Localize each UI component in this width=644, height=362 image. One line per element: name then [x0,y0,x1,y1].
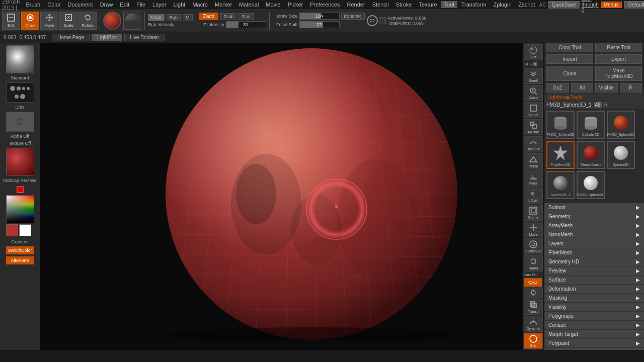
homepage-tab[interactable]: Home Page [52,34,90,41]
xyz-button[interactable]: Qxyz [524,278,542,287]
section-subtool[interactable]: Subtool▶ [544,203,644,212]
rotate-button[interactable]: Rotate [78,12,97,30]
section-deformation[interactable]: Deformation▶ [544,285,644,294]
brush-preview[interactable] [6,45,34,73]
menu-marker[interactable]: Marker [212,1,235,8]
symmetry-extra-icon[interactable] [379,17,386,24]
zoom-button[interactable]: Zoom [524,85,543,101]
quicksave-button[interactable]: QuickSave [548,1,579,9]
tool-thumb-6[interactable]: Sphere3D_1 [546,171,575,199]
transp-button[interactable]: Transp [524,299,543,315]
menu-zplugin[interactable]: Zplugin [490,1,514,8]
m-toggle[interactable]: M [183,14,193,21]
material-preview-sphere[interactable] [103,12,121,30]
move-button[interactable]: Move [40,12,58,30]
draw-size-slider[interactable]: 104 [299,13,340,20]
switchcolor-button[interactable]: SwitchColor [6,246,34,254]
menu-material[interactable]: Material [236,1,262,8]
section-morph-target[interactable]: Morph Target▶ [544,330,644,339]
scroll-button[interactable]: Scroll [524,68,543,84]
section-masking[interactable]: Masking▶ [544,294,644,303]
matcap-preview[interactable] [6,148,34,176]
menu-layer[interactable]: Layer [149,1,170,8]
section-nanomesh[interactable]: NanoMesh▶ [544,230,644,239]
z-intensity-slider[interactable]: 31 [226,21,266,28]
sub-button[interactable]: Sub [524,333,543,349]
edit-button[interactable]: Edit [2,12,20,30]
menu-stencil[interactable]: Stencil [369,1,392,8]
snap-button[interactable] [524,288,543,298]
export-button[interactable]: Export [595,54,642,64]
tool-thumb-2[interactable]: PM3D_Sphere3C [607,111,635,139]
color-picker[interactable] [6,195,34,236]
menu-zscript[interactable]: Zscript [516,1,538,8]
frame-button[interactable]: Frame [524,205,543,221]
menu-texture[interactable]: Texture [416,1,440,8]
menu-light[interactable]: Light [171,1,189,8]
menu-render[interactable]: Render [344,1,368,8]
foreground-color-swatch[interactable] [6,224,18,236]
rgb-toggle[interactable]: Rgb [167,14,181,21]
menu-edit[interactable]: Edit [117,1,132,8]
tool-thumb-1[interactable]: Cylinder3D [577,111,605,139]
aahalf-button[interactable]: AAHalf [524,119,543,135]
section-arraymesh[interactable]: ArrayMesh▶ [544,221,644,230]
zcut-button[interactable]: Zcut [238,13,254,20]
dynamic2-button[interactable]: Dynamic [524,316,543,332]
dynamic-button[interactable]: Dynamic [341,13,365,20]
section-contact[interactable]: Contact▶ [544,321,644,330]
zsub-button[interactable]: Zsub [220,13,236,20]
section-visibility[interactable]: Visibility▶ [544,303,644,312]
move-canvas-button[interactable]: Move [524,222,543,238]
actual-button[interactable]: Actual [524,102,543,118]
visible-button[interactable]: Visible [595,83,618,93]
zadd-button[interactable]: Zadd [199,13,219,20]
copy-tool-button[interactable]: Copy Tool [546,43,593,52]
paste-tool-button[interactable]: Paste Tool [595,43,642,52]
make-polymesh-button[interactable]: Make PolyMesh3D [595,66,642,81]
rotall-button[interactable]: RotAll [524,255,543,272]
alternate-button[interactable]: Alternate [6,256,34,264]
menu-draw[interactable]: Draw [97,1,116,8]
menu-brush[interactable]: Brush [23,1,43,8]
alpha-preview[interactable]: ∅ [6,112,34,132]
clone-button[interactable]: Clone [546,66,593,81]
stroke-preview[interactable] [6,82,34,103]
menu-stroke[interactable]: Stroke [393,1,415,8]
color-square[interactable] [6,195,34,223]
draw-button[interactable]: Draw [21,12,39,30]
canvas-background[interactable] [40,43,588,350]
tool-thumb-0[interactable]: PM3D_Sphere3D [546,111,575,139]
defaultzscript-button[interactable]: DefaultZScript [624,1,644,9]
dynamic-canvas-button[interactable]: Dynamic [524,136,543,152]
persp-button[interactable]: Persp [524,153,543,169]
section-geometry[interactable]: Geometry▶ [544,212,644,221]
section-polypaint[interactable]: Polypaint▶ [544,339,644,348]
tool-thumb-3[interactable]: PolyMesh3D [546,141,575,169]
menu-transform[interactable]: Transform [458,1,490,8]
section-surface[interactable]: Surface▶ [544,276,644,285]
lsym-button[interactable]: L Sym [524,188,543,204]
live-boolean-tab[interactable]: Live Boolean [124,34,165,41]
menu-macro[interactable]: Macro [189,1,211,8]
r-button[interactable]: R [620,83,642,93]
menus-button[interactable]: Menus [601,2,622,8]
menu-tool[interactable]: Tool [441,1,457,8]
bpr-button[interactable]: BPr [524,44,543,60]
menu-color[interactable]: Color [44,1,63,8]
mrgb-toggle[interactable]: Mrgb [148,14,165,21]
symmetry-icon[interactable]: C5 [367,15,378,26]
section-geometry-hd[interactable]: Geometry HD▶ [544,257,644,266]
background-color-swatch[interactable] [19,224,31,236]
section-fibermesh[interactable]: FiberMesh▶ [544,248,644,257]
tool-thumb-7[interactable]: PM3D_Sphere3C [577,171,605,199]
goz-button[interactable]: GoZ [546,83,569,93]
lightbox-tab[interactable]: LightBox [92,34,122,41]
menu-movie[interactable]: Movie [263,1,283,8]
all-button[interactable]: All [571,83,594,93]
import-button[interactable]: Import [546,54,593,64]
tool-thumb-4[interactable]: SimpleBrush [577,141,605,169]
menu-file[interactable]: File [133,1,148,8]
menu-preferences[interactable]: Preferences [307,1,343,8]
tool-thumb-5[interactable]: Sphere3D [607,141,635,169]
